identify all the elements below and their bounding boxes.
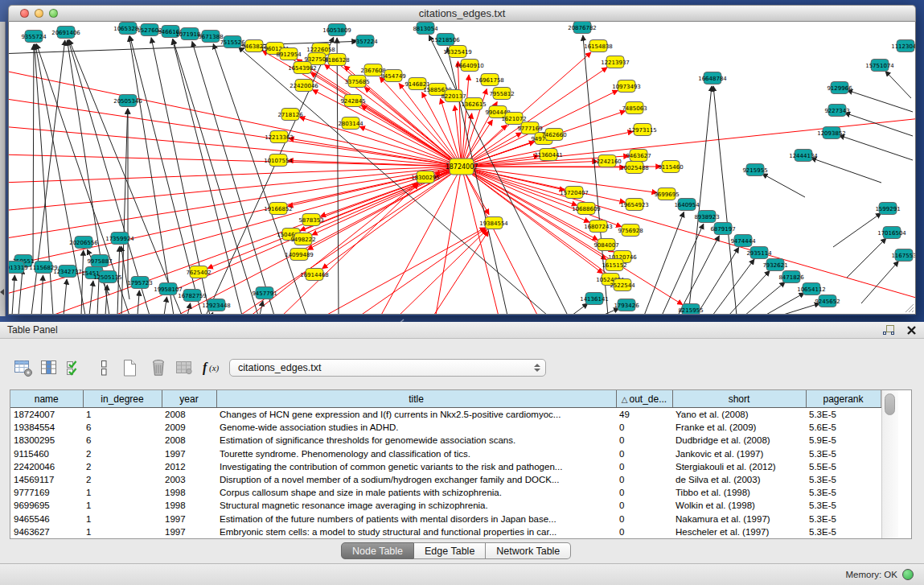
tab-edge-table[interactable]: Edge Table (414, 542, 486, 559)
graph-node[interactable]: 8471826 (778, 271, 804, 283)
graph-node[interactable]: 1795723 (127, 277, 152, 289)
column-header-short[interactable]: short (672, 390, 806, 408)
graph-node[interactable]: 9115460 (658, 161, 683, 173)
create-column-icon[interactable] (119, 357, 140, 378)
row-options-icon[interactable] (93, 357, 114, 378)
graph-node[interactable]: 15751074 (865, 60, 894, 72)
graph-node[interactable]: 16648784 (698, 72, 727, 84)
graph-node[interactable]: 10973493 (612, 80, 641, 93)
graph-node[interactable]: 8215955 (678, 304, 703, 315)
close-window-button[interactable] (20, 9, 29, 18)
table-row[interactable]: 969969511998Structural magnetic resonanc… (10, 499, 881, 512)
table-row[interactable]: 1938455462009Genome-wide association stu… (10, 421, 881, 434)
table-row[interactable]: 2242004622012Investigating the contribut… (10, 460, 881, 473)
table-row[interactable]: 1456911722003Disruption of a novel membe… (10, 473, 881, 486)
graph-node[interactable]: 10688609 (572, 203, 601, 215)
graph-node[interactable]: 1640954 (674, 199, 700, 211)
graph-node[interactable]: 9463627 (626, 150, 651, 162)
graph-node[interactable]: 8186328 (324, 54, 349, 66)
graph-node[interactable]: 18724007 (446, 159, 478, 175)
scrollbar-thumb[interactable] (885, 393, 895, 415)
graph-node[interactable]: 1793426 (614, 299, 639, 311)
graph-node[interactable]: 9084007 (593, 239, 618, 251)
graph-node[interactable]: 12923448 (202, 299, 231, 311)
graph-node[interactable]: 16961758 (475, 74, 504, 86)
select-columns-icon[interactable] (64, 357, 85, 378)
graph-node[interactable]: 10025488 (620, 162, 649, 174)
minimize-window-button[interactable] (35, 9, 43, 18)
delete-table-icon[interactable] (174, 357, 195, 378)
graph-node[interactable]: 9699695 (654, 188, 679, 200)
graph-node[interactable]: 2522544 (610, 279, 635, 291)
graph-node[interactable]: 9498222 (290, 233, 315, 245)
graph-node[interactable]: 9215955 (742, 164, 767, 176)
graph-node[interactable]: 9975887 (87, 255, 112, 267)
column-header-year[interactable]: year (162, 390, 216, 408)
graph-node[interactable]: 9756928 (618, 225, 643, 237)
graph-node[interactable]: 14136141 (580, 293, 609, 305)
graph-node[interactable]: 9242845 (340, 95, 365, 107)
graph-node[interactable]: 17016504 (877, 227, 906, 239)
graph-node[interactable]: 7955812 (489, 88, 514, 100)
tab-node-table[interactable]: Node Table (341, 542, 414, 559)
graph-node[interactable]: 1362615 (461, 98, 486, 110)
graph-node[interactable]: 16154838 (584, 40, 613, 52)
graph-node[interactable]: 20691406 (51, 27, 80, 39)
zoom-window-button[interactable] (49, 9, 58, 18)
function-builder-icon[interactable]: f(x) (199, 357, 225, 378)
graph-node[interactable]: 7462660 (541, 129, 566, 141)
graph-node[interactable]: 16914468 (300, 269, 329, 281)
graph-node[interactable]: 2718126 (277, 109, 303, 121)
graph-node[interactable]: 16640910 (455, 60, 484, 72)
table-mode-icon[interactable] (13, 357, 34, 378)
graph-node[interactable]: 19384554 (479, 217, 508, 229)
graph-node[interactable]: 9474444 (730, 235, 756, 247)
window-resize-grip[interactable] (903, 302, 914, 313)
graph-node[interactable]: 9245652 (815, 295, 840, 307)
graph-node[interactable]: 5878353 (298, 214, 323, 226)
graph-node[interactable]: 19654923 (620, 199, 649, 211)
tab-network-table[interactable]: Network Table (486, 542, 571, 559)
graph-node[interactable]: 14099489 (285, 249, 314, 261)
column-header-out_de[interactable]: △out_de... (616, 390, 672, 408)
graph-node[interactable]: 9129966 (827, 82, 852, 94)
table-row[interactable]: 946554611997Estimation of the future num… (10, 513, 881, 525)
table-row[interactable]: 911546021997Tourette syndrome. Phenomeno… (10, 447, 881, 460)
graph-node[interactable]: 7357224 (352, 35, 378, 47)
graph-node[interactable]: 8454749 (380, 70, 405, 82)
graph-node[interactable]: 12973115 (628, 124, 657, 136)
column-header-pagerank[interactable]: pagerank (806, 390, 881, 408)
graph-node[interactable]: 8220137 (441, 90, 466, 102)
graph-node[interactable]: 6879197 (710, 223, 735, 235)
graph-node[interactable]: 2935114 (746, 247, 772, 259)
graph-node[interactable]: 7625402 (186, 266, 211, 278)
graph-node[interactable]: 8938923 (694, 211, 719, 223)
collapse-panel-arrow-icon[interactable] (0, 289, 4, 295)
graph-node[interactable]: 8813054 (413, 23, 438, 35)
graph-node[interactable]: 7932621 (762, 259, 787, 271)
window-titlebar[interactable]: citations_edges.txt (8, 5, 916, 22)
graph-node[interactable]: 10654112 (797, 283, 826, 295)
delete-columns-icon[interactable] (148, 357, 169, 378)
graph-node[interactable]: 12213937 (601, 56, 630, 68)
table-row[interactable]: 1872400712008Changes of HCN gene express… (10, 408, 881, 422)
show-column-icon[interactable] (39, 357, 60, 378)
graph-node[interactable]: 3375685 (344, 76, 369, 88)
graph-node[interactable]: 11123044 (891, 40, 915, 52)
table-row[interactable]: 946362711997Embryonic stem cells: a mode… (10, 525, 881, 538)
graph-node[interactable]: 15218506 (431, 34, 460, 46)
table-select[interactable]: citations_edges.txt (229, 359, 546, 377)
graph-node[interactable]: 7485063 (622, 102, 647, 114)
network-graph[interactable]: 9355724206914061065328715276029466160107… (9, 22, 915, 314)
float-panel-icon[interactable] (882, 324, 895, 336)
graph-node[interactable]: 10107554 (264, 154, 293, 167)
graph-node[interactable]: 17359924 (105, 233, 134, 245)
graph-node[interactable]: 8912954 (276, 48, 302, 60)
graph-node[interactable]: 2803144 (338, 117, 363, 130)
graph-node[interactable]: 9355724 (21, 31, 47, 43)
graph-node[interactable]: 12444134 (789, 150, 818, 162)
graph-node[interactable]: 20505346 (113, 95, 142, 107)
close-panel-icon[interactable] (906, 325, 917, 336)
table-row[interactable]: 1830029562008Estimation of significance … (10, 434, 881, 447)
graph-node[interactable]: 20876782 (568, 22, 597, 34)
